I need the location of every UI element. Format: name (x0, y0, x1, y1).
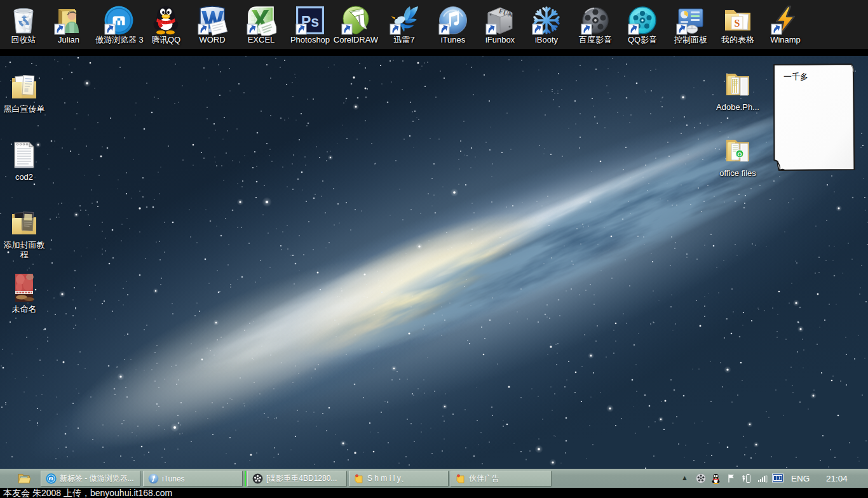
svg-text:S: S (735, 18, 740, 29)
svg-text:O: O (737, 151, 742, 158)
